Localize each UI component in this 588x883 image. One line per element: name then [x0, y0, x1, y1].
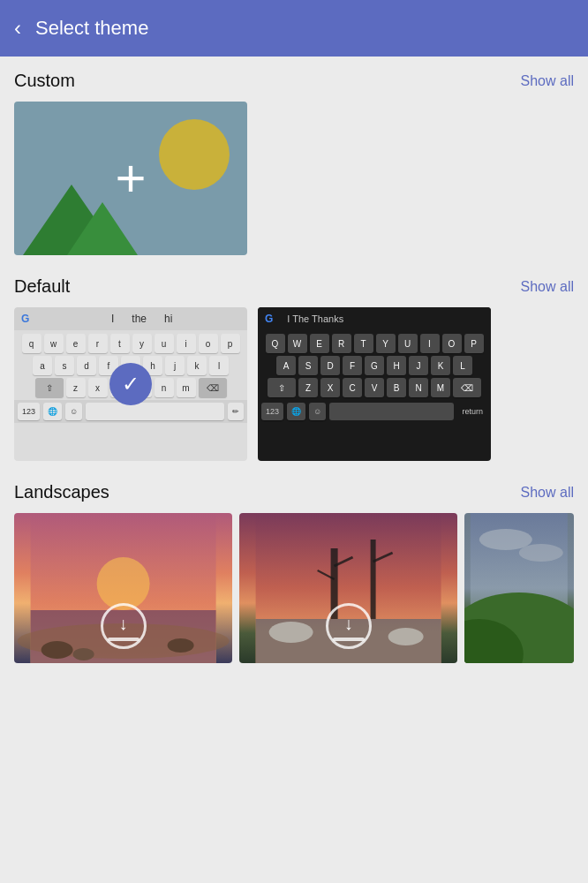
landscapes-show-all[interactable]: Show all	[521, 485, 574, 501]
svg-point-5	[73, 648, 94, 660]
dkey-l: L	[453, 356, 472, 375]
dkey-emoji: ☺	[309, 403, 326, 420]
dark-row-3: ⇧ Z X C V B N M ⌫	[261, 378, 487, 397]
content-area: Custom Show all + Default Show all G	[0, 57, 588, 883]
dark-bottom-bar: 123 🌐 ☺ return	[258, 400, 491, 423]
dark-suggestion-1: I	[287, 313, 290, 324]
landscape-thumb-3[interactable]	[464, 513, 574, 663]
selected-overlay	[14, 307, 247, 461]
landscapes-section-title: Landscapes	[14, 482, 109, 502]
dkey-space	[329, 403, 454, 420]
download-overlay-1: ↓	[101, 603, 147, 649]
svg-point-1	[97, 557, 150, 610]
download-arrow-1: ↓	[111, 611, 136, 636]
google-icon-dark: G	[265, 313, 273, 325]
default-section: Default Show all G I the hi	[14, 276, 574, 461]
dkey-i: I	[420, 334, 440, 353]
dkey-shift: ⇧	[268, 378, 296, 397]
landscape-svg-3	[464, 513, 574, 663]
dkey-r: R	[332, 334, 351, 353]
svg-point-4	[41, 641, 73, 659]
dkey-d: D	[320, 356, 340, 375]
custom-section-title: Custom	[14, 71, 75, 91]
dark-suggestion-2: The	[292, 313, 309, 324]
dkey-globe: 🌐	[287, 403, 305, 420]
custom-section-header: Custom Show all	[14, 71, 574, 91]
sun-decoration	[159, 119, 230, 190]
default-section-title: Default	[14, 276, 70, 297]
dkey-h: H	[387, 356, 406, 375]
light-theme-card[interactable]: G I the hi q w e r t y	[14, 307, 247, 461]
landscape-thumb-2[interactable]: ↓	[239, 513, 457, 663]
download-bar-1	[108, 638, 139, 641]
landscapes-section-header: Landscapes Show all	[14, 482, 574, 502]
dkey-w: W	[288, 334, 307, 353]
dkey-f: F	[343, 356, 362, 375]
svg-point-14	[269, 622, 313, 643]
download-arrow-2: ↓	[336, 611, 361, 636]
dkey-m: M	[431, 378, 450, 397]
dark-suggestions: I The Thanks	[287, 313, 343, 324]
dark-suggestion-bar: G I The Thanks	[258, 307, 491, 330]
dkey-k: K	[431, 356, 450, 375]
dkey-y: Y	[376, 334, 396, 353]
dkey-n: N	[409, 378, 428, 397]
mountain-right-decoration	[67, 202, 138, 255]
dkey-a: A	[276, 356, 296, 375]
default-show-all[interactable]: Show all	[521, 279, 574, 295]
dkey-b: B	[387, 378, 406, 397]
download-circle-1: ↓	[101, 603, 147, 649]
header: ‹ Select theme	[0, 0, 588, 57]
landscapes-row: ↓	[14, 513, 574, 663]
landscape-thumb-1[interactable]: ↓	[14, 513, 232, 663]
dkey-123: 123	[261, 403, 283, 420]
svg-point-15	[388, 628, 424, 645]
dark-keyboard-rows: Q W E R T Y U I O P A S D	[258, 330, 491, 397]
dark-row-2: A S D F G H J K L	[261, 356, 487, 375]
custom-add-card[interactable]: +	[14, 102, 247, 255]
dkey-x: X	[320, 378, 340, 397]
svg-point-18	[519, 544, 563, 562]
dkey-j: J	[409, 356, 428, 375]
dkey-t: T	[354, 334, 373, 353]
dkey-u: U	[398, 334, 418, 353]
checkmark-circle	[109, 363, 152, 405]
add-custom-icon: +	[115, 152, 146, 205]
dkey-p: P	[464, 334, 484, 353]
dkey-v: V	[365, 378, 384, 397]
dkey-o: O	[442, 334, 462, 353]
dkey-q: Q	[266, 334, 285, 353]
dkey-s: S	[298, 356, 318, 375]
dkey-z: Z	[298, 378, 318, 397]
custom-show-all[interactable]: Show all	[521, 73, 574, 89]
dkey-backspace: ⌫	[453, 378, 481, 397]
download-overlay-2: ↓	[326, 603, 372, 649]
dkey-e: E	[310, 334, 329, 353]
download-bar-2	[333, 638, 365, 641]
page-title: Select theme	[35, 17, 148, 40]
default-themes-row: G I the hi q w e r t y	[14, 307, 574, 461]
svg-point-6	[168, 638, 194, 653]
dark-row-1: Q W E R T Y U I O P	[261, 334, 487, 353]
dkey-g: G	[365, 356, 384, 375]
custom-section: Custom Show all +	[14, 71, 574, 255]
dkey-c: C	[343, 378, 362, 397]
dark-theme-card[interactable]: G I The Thanks Q W E R T Y	[258, 307, 491, 461]
svg-point-17	[479, 529, 532, 550]
dark-suggestion-3: Thanks	[312, 313, 343, 324]
default-section-header: Default Show all	[14, 276, 574, 297]
dkey-return: return	[457, 405, 487, 418]
landscapes-section: Landscapes Show all	[14, 482, 574, 663]
download-circle-2: ↓	[326, 603, 372, 649]
back-button[interactable]: ‹	[14, 16, 21, 41]
